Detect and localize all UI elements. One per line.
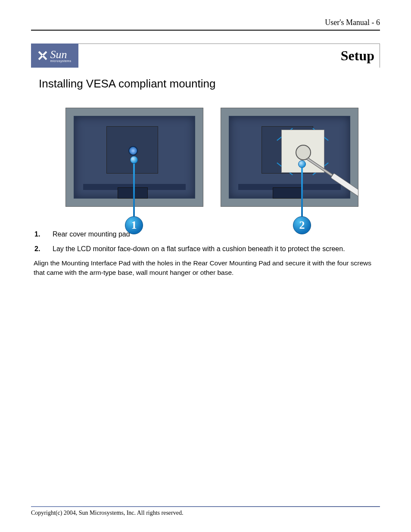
numbered-steps: 1. Rear cover mounting pad 2. Lay the LC… (34, 229, 380, 254)
logo-brand-text: Sun (50, 48, 67, 61)
chapter-title-box: Setup (78, 44, 380, 68)
monitor-mount-illustration (221, 108, 358, 207)
figure-2: 2 (221, 108, 358, 207)
running-head: User's Manual - 6 (31, 18, 380, 31)
svg-rect-2 (38, 51, 43, 56)
section-heading: Installing VESA compliant mounting (39, 77, 380, 90)
step-text: Rear cover mounting pad (53, 229, 380, 240)
callout-dot-icon (130, 156, 138, 164)
list-item: 1. Rear cover mounting pad (34, 229, 380, 240)
chapter-title: Setup (341, 48, 374, 64)
svg-rect-0 (42, 51, 47, 56)
figure-row: 1 (65, 108, 380, 207)
callout-1: 1 (125, 156, 143, 234)
body-paragraph: Align the Mounting Interface Pad with th… (34, 258, 380, 278)
step-number: 2. (34, 244, 53, 254)
step-number: 1. (34, 229, 53, 240)
svg-rect-1 (38, 56, 43, 60)
figure-1: 1 (65, 108, 203, 207)
callout-2: 2 (293, 160, 311, 234)
sun-diamond-icon (37, 50, 49, 62)
page-footer: Copyright(c) 2004, Sun Microsystems, Inc… (31, 506, 380, 516)
footer-rule (31, 506, 380, 507)
title-bar: Sun microsystems Setup (31, 44, 380, 68)
logo-subbrand-text: microsystems (50, 59, 73, 62)
svg-rect-3 (42, 56, 47, 60)
callout-badge-1: 1 (125, 216, 143, 234)
list-item: 2. Lay the LCD monitor face-down on a fl… (34, 244, 380, 254)
step-text: Lay the LCD monitor face-down on a flat … (53, 244, 380, 254)
callout-dot-icon (298, 160, 306, 168)
copyright-text: Copyright(c) 2004, Sun Microsystems, Inc… (31, 510, 380, 516)
sun-logo: Sun microsystems (31, 44, 78, 68)
callout-badge-2: 2 (293, 216, 311, 234)
